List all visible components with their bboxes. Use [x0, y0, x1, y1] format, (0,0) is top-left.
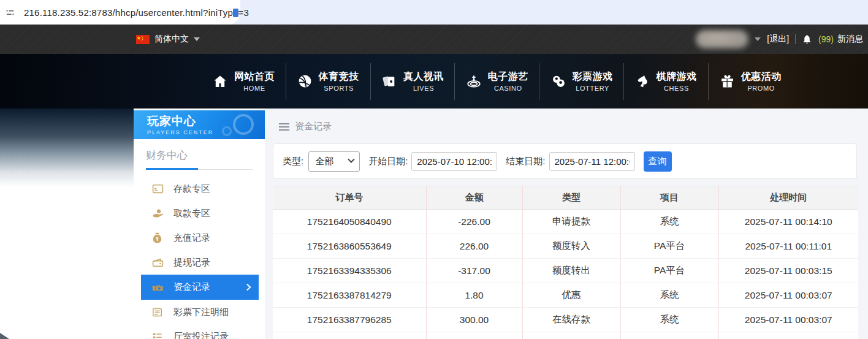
- cell-order-no: 1752163394335306: [273, 259, 426, 283]
- cell-type: 优惠: [522, 283, 620, 308]
- hand-coin-icon: [152, 208, 164, 219]
- roulette-icon: [466, 74, 482, 90]
- nav-item-chess[interactable]: 棋牌游戏 CHESS: [623, 63, 708, 100]
- type-select[interactable]: 全部: [308, 151, 360, 172]
- nav-item-sports[interactable]: 体育竞技 SPORTS: [286, 63, 370, 100]
- language-selector[interactable]: 简体中文: [136, 25, 200, 54]
- col-header-type: 类型: [522, 186, 620, 210]
- message-count-badge: (99): [818, 34, 834, 44]
- cards-icon: [381, 74, 397, 89]
- sidebar-menu: 存款专区 取款专区 充: [134, 177, 265, 339]
- nav-label-en: CASINO: [494, 85, 522, 92]
- screen: 216.118.235.52:8783/hhcp/usercenter.html…: [0, 0, 868, 339]
- nav-item-promo[interactable]: 优惠活动 PROMO: [708, 63, 793, 100]
- col-header-project: 项目: [620, 186, 718, 210]
- nav-label-en: PROMO: [747, 85, 775, 92]
- sidebar-item-label: 厅室投注记录: [173, 331, 229, 339]
- funds-table: 订单号 金额 类型 项目 处理时间 1752164050840490 -226.…: [273, 186, 858, 339]
- cell-type: 在线存款: [522, 308, 620, 332]
- url-bar[interactable]: 216.118.235.52:8783/hhcp/usercenter.html…: [0, 0, 240, 25]
- end-date-label: 结束日期:: [506, 156, 545, 167]
- sidebar-item-label: 充值记录: [173, 232, 210, 244]
- new-messages-link[interactable]: (99) 新消息: [818, 34, 863, 45]
- username-blurred[interactable]: [696, 30, 748, 48]
- sidebar-item-withdraw-zone[interactable]: 取款专区: [134, 201, 265, 226]
- divider: [795, 34, 796, 44]
- cell-process-time: 2025-07-11 00:03:07: [718, 283, 858, 308]
- page-title: 资金记录: [295, 121, 332, 132]
- gift-icon: [720, 74, 735, 89]
- circle-decoration: [222, 126, 232, 136]
- nav-label-en: LIVES: [413, 85, 434, 92]
- spade-icon: [635, 74, 650, 89]
- nav-item-casino[interactable]: 电子游艺 CASINO: [454, 63, 539, 100]
- table-row: 1752163860553649 226.00 额度转入 PA平台 2025-0…: [273, 234, 858, 259]
- table-header-row: 订单号 金额 类型 项目 处理时间: [273, 186, 858, 210]
- sidebar-item-label: 资金记录: [173, 281, 210, 293]
- sidebar-item-recharge-records[interactable]: 充值记录: [134, 226, 265, 250]
- logout-link[interactable]: [退出]: [767, 34, 789, 45]
- table-row: 1752164050840490 -226.00 申请提款 系统 2025-07…: [273, 210, 858, 234]
- sidebar-item-deposit-zone[interactable]: 存款专区: [134, 177, 265, 201]
- cell-order-no: 1752163860553649: [273, 234, 426, 259]
- chevron-right-icon: [246, 283, 251, 291]
- sidebar-item-label: 存款专区: [173, 183, 210, 195]
- sidebar-item-label: 提现记录: [173, 257, 210, 269]
- nav-label-en: SPORTS: [324, 85, 354, 92]
- nav-item-lives[interactable]: 真人视讯 LIVES: [370, 63, 455, 100]
- sidebar-item-lottery-bet-details[interactable]: 彩票下注明细: [134, 300, 265, 324]
- list-icon: [152, 332, 164, 339]
- sports-ball-icon: [297, 74, 313, 89]
- nav-label-zh: 电子游艺: [488, 70, 528, 83]
- cell-type: 额度转入: [522, 234, 620, 259]
- extension-icon[interactable]: [233, 9, 238, 17]
- cell-process-time: 2025-07-11 00:03:07: [718, 308, 858, 332]
- sidebar-item-withdrawal-records[interactable]: 提现记录: [134, 250, 265, 275]
- end-date-input[interactable]: [549, 152, 635, 171]
- funds-table-wrap: 订单号 金额 类型 项目 处理时间 1752164050840490 -226.…: [273, 186, 858, 339]
- cell-project: 系统: [620, 210, 718, 234]
- account-strip: 简体中文 [退出] (99) 新消息: [0, 25, 868, 54]
- document-icon: [152, 308, 164, 317]
- cell-process-time: 2025-07-11 00:03:15: [718, 259, 858, 283]
- filter-bar: 类型: 全部 开始日期: 结束日期: 查询: [273, 143, 857, 179]
- sidebar: 玩家中心 PLAYERS CENTER 财务中心 存款专区: [134, 110, 265, 339]
- sidebar-item-label: 取款专区: [173, 208, 210, 219]
- query-button[interactable]: 查询: [644, 151, 672, 172]
- nav-label-zh: 真人视讯: [403, 70, 444, 83]
- sidebar-item-label: 彩票下注明细: [173, 307, 229, 318]
- nav-label-en: LOTTERY: [576, 85, 609, 92]
- start-date-input[interactable]: [411, 152, 497, 171]
- browser-address-bar: 216.118.235.52:8783/hhcp/usercenter.html…: [0, 0, 868, 25]
- nav-label-zh: 优惠活动: [741, 70, 782, 83]
- table-row-partial: [273, 332, 858, 339]
- sidebar-item-funds-records[interactable]: 资金记录: [141, 275, 259, 300]
- message-label: 新消息: [837, 34, 863, 45]
- cell-order-no: 1752163387796285: [273, 308, 426, 332]
- col-header-order-no: 订单号: [273, 186, 426, 210]
- nav-label-zh: 彩票游戏: [573, 70, 613, 83]
- cell-process-time: 2025-07-11 00:11:01: [718, 234, 858, 259]
- cell-project: PA平台: [620, 259, 718, 283]
- cell-amount: 226.00: [426, 234, 522, 259]
- money-bag-icon: [152, 232, 164, 243]
- cell-project: 系统: [620, 308, 718, 332]
- site-info-icon[interactable]: [5, 7, 15, 18]
- nav-label-zh: 网站首页: [234, 70, 275, 83]
- table-row: 1752163387814279 1.80 优惠 系统 2025-07-11 0…: [273, 283, 858, 308]
- cell-amount: 1.80: [426, 283, 522, 308]
- account-actions: [退出] (99) 新消息: [696, 25, 863, 54]
- bell-icon[interactable]: [802, 34, 812, 45]
- corner-decoration: [0, 333, 9, 339]
- sidebar-item-room-bet-records[interactable]: 厅室投注记录: [134, 324, 265, 339]
- nav-item-home[interactable]: 网站首页 HOME: [201, 63, 286, 100]
- cell-order-no: 1752164050840490: [273, 210, 426, 234]
- chevron-down-icon[interactable]: [755, 37, 761, 41]
- start-date-label: 开始日期:: [368, 156, 408, 167]
- cell-process-time: 2025-07-11 00:14:10: [718, 210, 858, 234]
- language-label: 简体中文: [154, 34, 189, 45]
- wallet-icon: [152, 257, 164, 267]
- cell-amount: 300.00: [426, 308, 522, 332]
- banner-fade: [0, 109, 134, 187]
- nav-item-lottery[interactable]: 彩票游戏 LOTTERY: [539, 63, 623, 100]
